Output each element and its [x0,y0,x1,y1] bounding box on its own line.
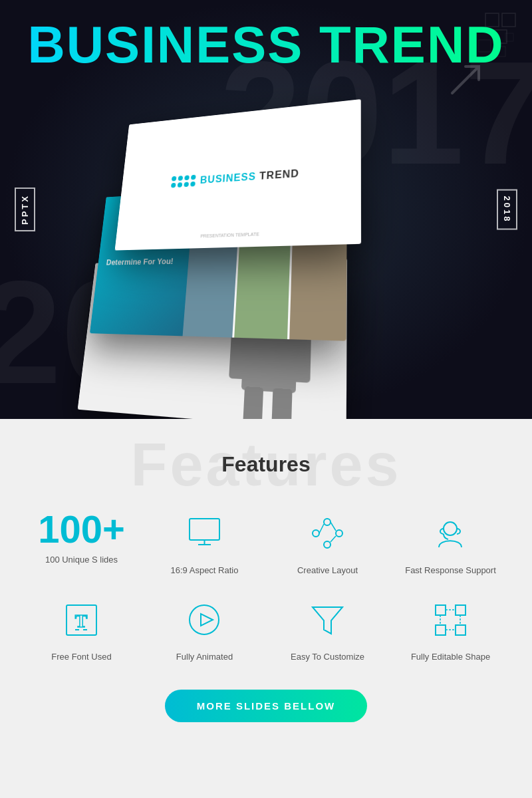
feature-shape: Fully Editable Shape [396,597,505,663]
feature-support-label: Fast Response Support [405,565,496,577]
slide-subtitle: PRESENTATION TEMPLATE [200,231,259,238]
nodes-icon [305,510,351,557]
feature-slides: 100+ 100 Unique S lides [27,510,136,577]
svg-marker-29 [201,614,213,626]
feature-font-label: Free Font Used [51,651,111,663]
hero-title: BUSINESS TREND [0,19,532,70]
more-slides-button[interactable]: MORE SLIDES BELLOW [165,690,368,722]
slide2-header-text: Determine For You! [106,256,180,268]
cta-wrapper: MORE SLIDES BELLOW [27,690,505,722]
feature-layout: Creative Layout [273,510,382,577]
feature-layout-label: Creative Layout [297,565,358,577]
font-icon: T [59,597,105,643]
svg-line-20 [319,524,324,533]
support-icon [428,510,474,557]
feature-font: T Free Font Used [27,597,136,663]
feature-slides-label: 100 Unique S lides [45,554,118,566]
pptx-label: PPTX [15,188,35,231]
features-grid: 100+ 100 Unique S lides 16:9 Aspect Rati… [27,510,505,663]
hero-section: 2018 2017 BUSINESS TREND [0,0,532,419]
feature-aspect: 16:9 Aspect Ratio [150,510,259,577]
feature-customize-label: Easy To Customize [291,651,364,663]
svg-rect-34 [456,625,466,635]
feature-aspect-label: 16:9 Aspect Ratio [171,565,239,577]
svg-rect-11 [271,388,292,419]
svg-point-28 [190,605,219,634]
svg-rect-10 [243,386,263,419]
monitor-icon [182,510,228,557]
svg-point-16 [313,530,319,537]
year-label: 2018 [497,190,517,230]
svg-point-19 [324,541,331,548]
feature-animated-label: Fully Animated [176,651,233,663]
svg-point-17 [324,519,331,525]
features-section: Features Features 100+ 100 Unique S lide… [0,419,532,762]
svg-rect-12 [190,519,219,540]
svg-rect-32 [456,605,466,615]
features-title: Features [27,452,505,477]
feature-shape-label: Fully Editable Shape [411,651,490,663]
hero-title-container: BUSINESS TREND [0,19,532,70]
funnel-icon [305,597,351,643]
svg-text:T: T [75,610,88,631]
features-title-wrapper: Features Features [27,452,505,477]
shape-icon [428,597,474,643]
svg-line-21 [331,522,336,531]
feature-slides-number: 100+ [38,510,125,549]
play-icon [182,597,228,643]
svg-rect-33 [436,625,446,635]
svg-rect-31 [436,605,446,615]
slide-logo-text: BUSINESS TREND [200,168,299,186]
slide-1: BUSINESS TREND PRESENTATION TEMPLATE [115,99,361,250]
slides-mockup: BUSINESS TREND PRESENTATION TEMPLATE Det… [66,106,432,372]
feature-animated: Fully Animated [150,597,259,663]
logo-dots [171,175,196,188]
svg-point-18 [336,530,342,537]
svg-point-23 [444,522,457,535]
feature-support: Fast Response Support [396,510,505,577]
feature-customize: Easy To Customize [273,597,382,663]
svg-marker-30 [313,607,342,634]
svg-line-22 [331,536,336,542]
